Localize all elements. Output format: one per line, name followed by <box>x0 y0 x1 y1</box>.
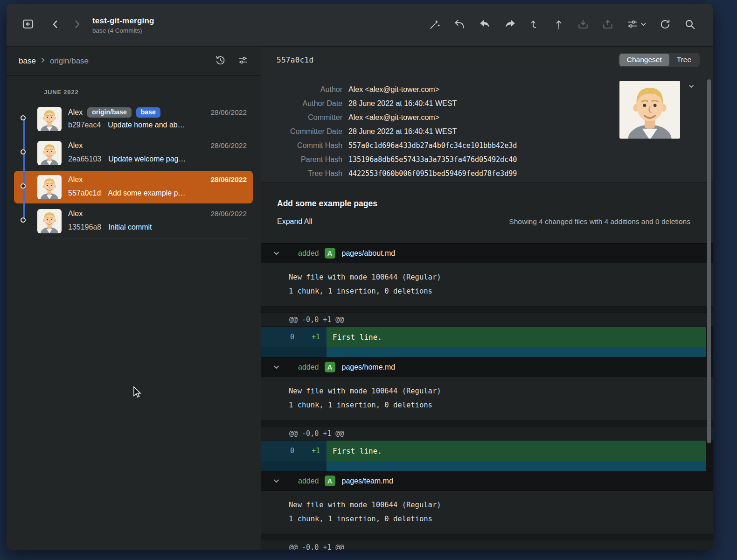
commit-author: Alex <box>68 141 83 150</box>
titlebar: test-git-merging base (4 Commits) <box>7 4 713 47</box>
chevron-left-icon <box>50 19 61 32</box>
diff-filler-row <box>261 347 713 357</box>
collapse-chevron-icon <box>272 250 280 257</box>
file-stats-line: 1 chunk, 1 insertion, 0 deletions <box>289 284 713 298</box>
detail-header: 557a0c1d Changeset Tree <box>261 47 713 73</box>
file-section-home: added A pages/home.md New file with mode… <box>261 357 713 471</box>
commit-date: 28/06/2022 <box>210 210 247 218</box>
graph-node <box>21 115 26 120</box>
avatar-disclosure-button[interactable] <box>688 83 695 92</box>
commit-author: Alex <box>68 108 83 117</box>
merge-button[interactable] <box>478 18 491 32</box>
scrollbar-thumb[interactable] <box>707 79 711 443</box>
window-subtitle: base (4 Commits) <box>92 27 154 34</box>
file-path: pages/team.md <box>342 477 393 485</box>
graph-node <box>21 183 26 189</box>
commit-row-557a0c1d-selected[interactable]: Alex 28/06/2022 557a0c1d Add some exampl… <box>7 170 261 204</box>
diff-filler-row <box>261 461 713 471</box>
added-badge: A <box>325 248 335 259</box>
stash-save-icon <box>577 18 589 32</box>
history-button[interactable] <box>215 55 226 68</box>
commit-message-title: Add some example pages <box>277 199 697 209</box>
pull-button[interactable] <box>529 18 541 32</box>
file-header[interactable]: added A pages/home.md <box>261 357 713 377</box>
search-icon <box>684 18 696 32</box>
breadcrumb-item-base[interactable]: base <box>19 56 36 66</box>
commit-row-b297eac4[interactable]: Alex origin/base base 28/06/2022 b297eac… <box>7 102 261 136</box>
merge-arrow-icon <box>478 18 491 32</box>
file-header[interactable]: added A pages/about.md <box>261 243 713 263</box>
field-value: Alex <alex@git-tower.com> <box>348 85 439 94</box>
graph-node <box>21 217 26 223</box>
graph-line <box>23 119 25 221</box>
author-avatar <box>619 81 680 139</box>
view-options-button[interactable] <box>626 18 647 32</box>
redo-button[interactable] <box>504 18 517 32</box>
commit-message: Add some example p… <box>108 189 185 197</box>
breadcrumb-item-origin-base[interactable]: origin/base <box>50 56 89 66</box>
sidebar-header: base origin/base <box>7 47 261 76</box>
added-badge: A <box>325 476 335 486</box>
file-info: New file with mode 100644 (Regular) 1 ch… <box>261 377 713 420</box>
forward-button[interactable] <box>72 19 82 32</box>
diff-added-line[interactable]: 0 +1 First line. <box>261 441 713 461</box>
filter-button[interactable] <box>237 55 249 68</box>
search-button[interactable] <box>684 18 696 32</box>
field-value: 135196a8db65e57433a3a7353fa476d05492dc40 <box>348 155 517 164</box>
commit-hash: 2ea65103 <box>68 155 101 163</box>
commit-hash: 135196a8 <box>68 223 101 231</box>
divider <box>44 238 248 238</box>
file-mode-line: New file with mode 100644 (Regular) <box>289 270 713 284</box>
old-line-number: 0 <box>261 441 305 461</box>
push-icon <box>553 18 564 32</box>
commit-message-block: Add some example pages Expand All Showin… <box>261 183 713 243</box>
hunk-header: @@ -0,0 +1 @@ <box>261 426 713 441</box>
remote-branch-badge: origin/base <box>87 107 132 118</box>
tab-changeset[interactable]: Changeset <box>619 54 669 66</box>
field-value: 28 June 2022 at 16:40:41 WEST <box>348 99 457 108</box>
window-title: test-git-merging <box>92 16 154 26</box>
diff-line-text: First line. <box>327 441 706 461</box>
hunk-header: @@ -0,0 +1 @@ <box>261 540 713 550</box>
file-stats-line: 1 chunk, 1 insertion, 0 deletions <box>289 512 713 526</box>
expand-all-button[interactable]: Expand All <box>277 217 313 226</box>
commit-list: JUNE 2022 Alex origin/base base 28/06/20… <box>7 76 261 550</box>
undo-arrow-icon <box>453 18 466 32</box>
sliders-icon <box>626 18 638 32</box>
refresh-button[interactable] <box>659 18 671 32</box>
field-label: Committer Date <box>261 127 342 136</box>
commit-row-2ea65103[interactable]: Alex 28/06/2022 2ea65103 Update welcome … <box>7 136 261 170</box>
file-header[interactable]: added A pages/team.md <box>261 471 713 491</box>
file-path: pages/home.md <box>342 363 396 371</box>
back-button[interactable] <box>50 19 61 32</box>
chevron-down-icon <box>640 21 647 29</box>
wand-button[interactable] <box>429 18 441 32</box>
changes-summary: Showing 4 changed files with 4 additions… <box>509 217 697 226</box>
chevron-right-icon <box>72 19 82 32</box>
detail-scroll-area[interactable]: AuthorAlex <alex@git-tower.com> Author D… <box>261 73 713 550</box>
refresh-icon <box>659 18 671 32</box>
commit-date: 28/06/2022 <box>210 108 247 117</box>
commit-row-135196a8[interactable]: Alex 28/06/2022 135196a8 Initial commit <box>7 204 261 238</box>
diff-added-line[interactable]: 0 +1 First line. <box>261 327 713 347</box>
collapse-chevron-icon <box>272 364 280 371</box>
apply-stash-button[interactable] <box>602 18 614 32</box>
history-sidebar: base origin/base JUNE 2022 <box>7 47 261 550</box>
collapse-chevron-icon <box>272 477 280 485</box>
field-label: Author <box>261 85 342 94</box>
commit-message: Update home and ab… <box>108 121 185 129</box>
file-info: New file with mode 100644 (Regular) 1 ch… <box>261 491 713 534</box>
undo-button[interactable] <box>453 18 466 32</box>
stash-button[interactable] <box>577 18 589 32</box>
tab-tree[interactable]: Tree <box>669 54 699 66</box>
new-line-number: +1 <box>305 441 327 461</box>
commit-message: Initial commit <box>108 223 152 231</box>
file-stats-line: 1 chunk, 1 insertion, 0 deletions <box>289 398 713 412</box>
working-copy-button[interactable] <box>21 18 35 32</box>
old-line-number: 0 <box>261 327 305 347</box>
graph-node <box>21 149 26 154</box>
pull-icon <box>529 18 541 32</box>
push-button[interactable] <box>553 18 564 32</box>
field-value: 557a0c1d696a433db27a4b0fc34ce101bbb42e3d <box>348 141 517 150</box>
local-branch-badge: base <box>136 107 160 118</box>
